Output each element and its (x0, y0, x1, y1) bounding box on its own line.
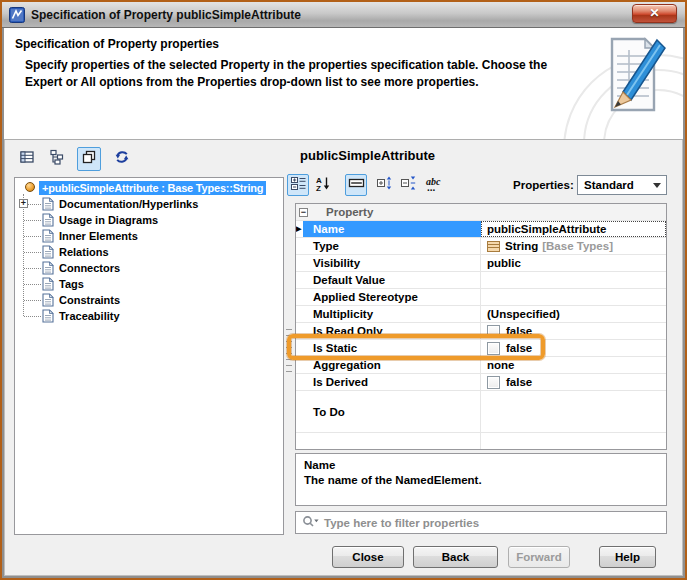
table-view-icon (19, 149, 35, 169)
tree-item-usage-in-diagrams[interactable]: Usage in Diagrams (15, 212, 283, 228)
checkbox-label: false (506, 342, 532, 354)
property-description-title: Name (304, 458, 658, 473)
tree-connector-stub (24, 284, 41, 285)
property-row-type[interactable]: TypeString[Base Types] (296, 238, 666, 255)
tree-item-label: Inner Elements (59, 230, 138, 242)
type-name: String (505, 240, 538, 252)
expand-all-button[interactable] (373, 174, 395, 196)
refresh-button[interactable] (110, 147, 134, 171)
filler-gutter (296, 433, 303, 449)
tree-item-tags[interactable]: Tags (15, 276, 283, 292)
property-row-applied-stereotype[interactable]: Applied Stereotype (296, 289, 666, 306)
property-value-editor[interactable]: publicSimpleAttribute (481, 221, 666, 237)
abbreviate-text-button[interactable]: abc... (424, 174, 446, 196)
properties-mode-select[interactable]: Standard (577, 175, 667, 195)
checkbox-unchecked[interactable] (487, 342, 500, 355)
back-button[interactable]: Back (413, 546, 498, 568)
title-bar[interactable]: Specification of Property publicSimpleAt… (2, 2, 685, 28)
property-value: false (481, 340, 666, 356)
tree-item-documentation-hyperlinks[interactable]: +Documentation/Hyperlinks (15, 196, 283, 212)
value-text: (Unspecified) (487, 308, 560, 320)
svg-text:Z: Z (316, 184, 321, 192)
property-row-multiplicity[interactable]: Multiplicity(Unspecified) (296, 306, 666, 323)
tree-view-button[interactable] (45, 147, 69, 171)
banner-description-line1: Specify properties of the selected Prope… (25, 57, 600, 74)
checkbox-unchecked[interactable] (487, 325, 500, 338)
selected-row-marker-icon: ▶ (296, 225, 301, 233)
tree-item-label: Connectors (59, 262, 120, 274)
row-gutter (296, 238, 303, 254)
filler-value-cell (481, 433, 666, 449)
row-gutter (296, 357, 303, 373)
refresh-icon (114, 149, 130, 169)
help-button[interactable]: Help (599, 546, 656, 568)
property-value: false (481, 323, 666, 339)
checkbox-unchecked[interactable] (487, 376, 500, 389)
value-text: publicSimpleAttribute (487, 223, 606, 235)
tree-item-constraints[interactable]: Constraints (15, 292, 283, 308)
property-label: Multiplicity (303, 306, 481, 322)
dialog-banner: Specification of Property properties Spe… (4, 28, 683, 140)
property-row-is-derived[interactable]: Is Derivedfalse (296, 374, 666, 391)
table-view-button[interactable] (15, 147, 39, 171)
show-description-button[interactable] (345, 174, 367, 196)
element-tree[interactable]: +publicSimpleAttribute : Base Types::Str… (14, 177, 284, 535)
document-icon (42, 197, 54, 211)
document-icon (42, 293, 54, 307)
property-label: Name (303, 221, 481, 237)
tree-item-label: Documentation/Hyperlinks (59, 198, 198, 210)
property-value: (Unspecified) (481, 306, 666, 322)
document-icon (42, 261, 54, 275)
close-button[interactable]: Close (332, 546, 404, 568)
row-gutter (296, 391, 303, 432)
property-label: Is Derived (303, 374, 481, 390)
tree-item-connectors[interactable]: Connectors (15, 260, 283, 276)
property-value: public (481, 255, 666, 271)
row-gutter (296, 340, 303, 356)
expand-icon[interactable]: + (19, 199, 28, 208)
row-gutter (296, 272, 303, 288)
tree-item-traceability[interactable]: Traceability (15, 308, 283, 324)
collapse-all-icon (400, 175, 417, 195)
property-label: Visibility (303, 255, 481, 271)
property-specification-table[interactable]: −Property▶NamepublicSimpleAttributeTypeS… (295, 203, 667, 450)
property-row-visibility[interactable]: Visibilitypublic (296, 255, 666, 272)
collapse-icon[interactable]: − (299, 208, 308, 217)
categorized-view-button[interactable] (287, 174, 309, 196)
property-label: Aggregation (303, 357, 481, 373)
tree-item-label: Constraints (59, 294, 120, 306)
property-row-is-static[interactable]: Is Staticfalse (296, 340, 666, 357)
close-button[interactable]: ✕ (632, 4, 677, 23)
tree-item-relations[interactable]: Relations (15, 244, 283, 260)
value-text: public (487, 257, 521, 269)
row-gutter (296, 289, 303, 305)
property-group-label: Property (303, 204, 666, 220)
filler-label-cell (303, 433, 481, 449)
property-row-aggregation[interactable]: Aggregationnone (296, 357, 666, 374)
property-value: String[Base Types] (481, 238, 666, 254)
filter-field[interactable]: Type here to filter properties (295, 511, 667, 534)
sort-alphabetic-button[interactable]: AZ (312, 174, 334, 196)
property-group-row[interactable]: −Property (296, 204, 666, 221)
spec-table-pencil-icon (605, 34, 667, 120)
collapse-all-button[interactable] (397, 174, 419, 196)
property-row-default-value[interactable]: Default Value (296, 272, 666, 289)
row-gutter (296, 255, 303, 271)
property-row-is-read-only[interactable]: Is Read Onlyfalse (296, 323, 666, 340)
property-value: false (481, 374, 666, 390)
tree-connector-stub (24, 220, 41, 221)
property-row-to-do[interactable]: To Do (296, 391, 666, 433)
property-value (481, 289, 666, 305)
splitter-handle[interactable] (286, 329, 292, 375)
tree-item-publicsimpleattribute-base-types-string[interactable]: +publicSimpleAttribute : Base Types::Str… (15, 180, 283, 196)
property-value (481, 272, 666, 288)
datatype-icon (487, 241, 500, 252)
document-icon (42, 309, 54, 323)
tree-item-inner-elements[interactable]: Inner Elements (15, 228, 283, 244)
property-label: To Do (303, 391, 481, 432)
banner-description-line2: Expert or All options from the Propertie… (25, 74, 600, 91)
property-row-name[interactable]: ▶NamepublicSimpleAttribute (296, 221, 666, 238)
standalone-window-button[interactable] (77, 147, 101, 171)
tree-item-label: Traceability (59, 310, 120, 322)
document-icon (42, 213, 54, 227)
